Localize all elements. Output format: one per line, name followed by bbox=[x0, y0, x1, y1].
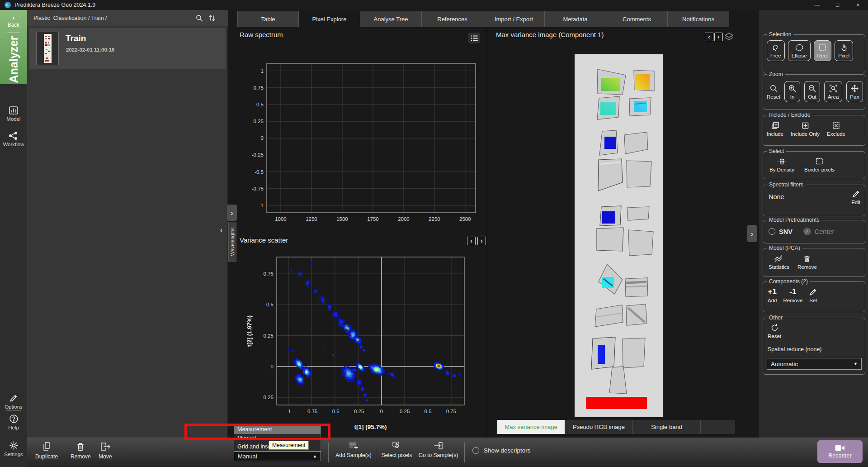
tab-import-export[interactable]: Import / Export bbox=[483, 11, 545, 27]
pencil-icon bbox=[9, 394, 18, 403]
selection-group: Selection Free Ellipse Rect Pixel bbox=[763, 34, 865, 73]
svg-text:-1: -1 bbox=[259, 203, 264, 208]
tab-max-variance-image[interactable]: Max variance image bbox=[497, 420, 565, 434]
list-item-train[interactable]: Train 2022-02-01 11:00:16 bbox=[29, 28, 226, 69]
component-remove-button[interactable]: -1 Remove bbox=[783, 287, 802, 303]
selection-ellipse-button[interactable]: Ellipse bbox=[788, 40, 811, 61]
breadcrumb[interactable]: Plastic_Classification / Train / bbox=[33, 15, 107, 21]
go-to-samples-button[interactable]: Go to Sample(s) bbox=[417, 441, 460, 458]
model-remove-button[interactable]: Remove bbox=[797, 255, 817, 270]
exclude-button[interactable]: Exclude bbox=[827, 121, 845, 137]
selection-pixel-button[interactable]: Pixel bbox=[835, 40, 853, 61]
selection-rect-button[interactable]: Rect bbox=[814, 40, 832, 61]
tab-single-band[interactable]: Single band bbox=[633, 420, 701, 434]
svg-text:0: 0 bbox=[261, 135, 264, 141]
tools-panel: Selection Free Ellipse Rect Pixel Zoom R… bbox=[760, 10, 868, 438]
move-button[interactable]: Move bbox=[99, 442, 112, 460]
svg-text:2000: 2000 bbox=[398, 216, 410, 222]
tab-notifications[interactable]: Notifications bbox=[668, 11, 729, 27]
layers-icon[interactable] bbox=[724, 32, 734, 42]
close-button[interactable]: × bbox=[848, 0, 868, 10]
show-descriptors-radio[interactable] bbox=[472, 447, 479, 454]
svg-text:t[1] (95.7%): t[1] (95.7%) bbox=[354, 424, 387, 430]
tab-references[interactable]: References bbox=[422, 11, 483, 27]
svg-text:0.75: 0.75 bbox=[254, 85, 264, 91]
variance-scatter-chart[interactable]: -1-0.75-0.5-0.2500.250.50.750.750.50.250… bbox=[244, 252, 485, 434]
tab-pixel-explore[interactable]: Pixel Explore bbox=[299, 11, 360, 27]
include-only-button[interactable]: Include Only bbox=[791, 121, 820, 137]
divider bbox=[6, 410, 21, 411]
zoom-out-button[interactable]: Out bbox=[804, 81, 820, 102]
scatter-prev-button[interactable]: ‹ bbox=[467, 237, 476, 245]
statistics-button[interactable]: Statistics bbox=[769, 255, 789, 270]
snv-radio[interactable] bbox=[769, 228, 775, 235]
sidebar-item-workflow[interactable]: Workflow bbox=[0, 131, 27, 147]
model-pca-group: Model (PCA) Statistics Remove bbox=[763, 248, 865, 277]
duplicate-button[interactable]: Duplicate bbox=[35, 442, 58, 460]
tab-pseudo-rgb-image[interactable]: Pseudo RGB image bbox=[565, 420, 633, 434]
zoom-reset-button[interactable]: Reset bbox=[767, 84, 780, 102]
sort-icon[interactable] bbox=[208, 14, 216, 22]
minimize-button[interactable]: — bbox=[807, 0, 827, 10]
scatter-next-button[interactable]: › bbox=[477, 237, 486, 245]
reset-icon bbox=[770, 324, 779, 332]
svg-text:1000: 1000 bbox=[275, 216, 287, 222]
chevron-up-icon: ▲ bbox=[313, 454, 317, 458]
sidebar-item-options[interactable]: Options bbox=[0, 394, 27, 410]
select-pixels-button[interactable]: Select pixels bbox=[377, 441, 416, 458]
svg-text:0.75: 0.75 bbox=[264, 271, 274, 276]
tab-table[interactable]: Table bbox=[237, 11, 299, 27]
image-next-button[interactable]: › bbox=[714, 33, 723, 41]
wavelengths-collapsed-tab[interactable]: Wavelengths bbox=[228, 222, 236, 262]
show-descriptors-toggle[interactable]: Show descriptors bbox=[472, 447, 531, 454]
other-reset-button[interactable]: Reset bbox=[768, 324, 781, 339]
raw-spectrum-chart[interactable]: 100012501500175020002250250010.750.50.25… bbox=[243, 58, 484, 226]
search-icon[interactable] bbox=[195, 14, 203, 22]
by-density-button[interactable]: By Density bbox=[769, 157, 794, 172]
tab-analyse-tree[interactable]: Analyse Tree bbox=[360, 11, 422, 27]
exclude-icon bbox=[832, 121, 840, 130]
analyzer-section[interactable]: ‹ Back Analyzer bbox=[0, 10, 27, 84]
collapse-left-icon[interactable]: ‹ bbox=[220, 226, 222, 234]
snv-label: SNV bbox=[779, 228, 793, 235]
selection-free-button[interactable]: Free bbox=[767, 40, 785, 61]
image-prev-button[interactable]: ‹ bbox=[705, 33, 713, 41]
tab-metadata[interactable]: Metadata bbox=[545, 11, 606, 27]
back-button[interactable]: Back bbox=[0, 22, 27, 28]
center-checkbox[interactable]: ✓ bbox=[803, 228, 811, 235]
zoom-area-button[interactable]: Area bbox=[824, 81, 842, 102]
zoom-in-icon bbox=[788, 84, 797, 93]
remove-button[interactable]: Remove bbox=[71, 442, 91, 460]
zoom-out-icon bbox=[808, 84, 816, 93]
tooltip: Measurement bbox=[269, 441, 309, 450]
camera-icon bbox=[835, 444, 845, 452]
maximize-button[interactable]: □ bbox=[827, 0, 848, 10]
svg-text:0: 0 bbox=[271, 364, 274, 369]
magnifier-icon bbox=[769, 84, 778, 93]
max-variance-image[interactable] bbox=[575, 54, 663, 417]
svg-text:-0.5: -0.5 bbox=[255, 169, 264, 175]
tools-expand-button[interactable]: › bbox=[747, 225, 757, 242]
component-set-button[interactable]: Set bbox=[809, 288, 817, 303]
add-samples-button[interactable]: Add Sample(s) bbox=[331, 441, 376, 458]
go-to-sample-icon bbox=[434, 441, 443, 450]
border-pixels-button[interactable]: Border pixels bbox=[804, 157, 835, 172]
spectrum-list-button[interactable] bbox=[468, 33, 480, 43]
spatial-reduce-dropdown[interactable]: Automatic ▼ bbox=[767, 358, 862, 370]
tab-comments[interactable]: Comments bbox=[606, 11, 668, 27]
spectral-edit-button[interactable]: Edit bbox=[851, 190, 860, 205]
sampling-mode-dropdown[interactable]: Manual ▲ bbox=[234, 451, 321, 461]
thumbnail-image bbox=[44, 34, 52, 63]
menu-item-measurement[interactable]: Measurement bbox=[234, 425, 321, 434]
sidebar-item-settings[interactable]: Settings bbox=[0, 441, 27, 457]
include-button[interactable]: Include bbox=[767, 121, 783, 137]
component-add-button[interactable]: +1 Add bbox=[768, 287, 777, 303]
recorder-button[interactable]: Recorder bbox=[817, 440, 863, 463]
wavelengths-expand-button[interactable]: › bbox=[227, 205, 237, 221]
svg-text:0: 0 bbox=[380, 409, 382, 414]
zoom-in-button[interactable]: In bbox=[784, 81, 800, 102]
sidebar-item-model[interactable]: Model bbox=[0, 106, 27, 122]
density-grid-icon bbox=[778, 157, 786, 166]
sidebar-item-help[interactable]: Help bbox=[0, 414, 27, 430]
zoom-pan-button[interactable]: Pan bbox=[846, 81, 863, 102]
